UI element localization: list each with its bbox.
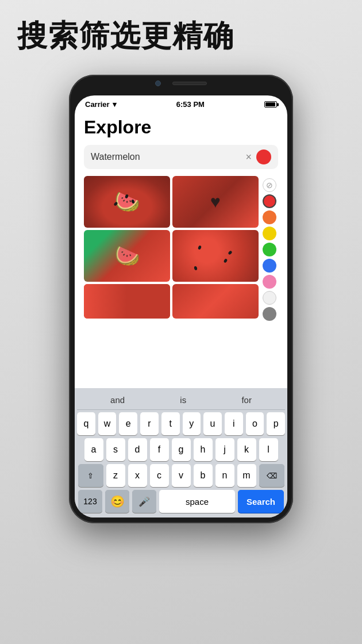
key-emoji[interactable]: 😊 <box>105 490 129 513</box>
keyboard-bottom-row: 123 😊 🎤 space Search <box>77 490 285 513</box>
color-swatch-blue[interactable] <box>263 259 276 273</box>
key-mic[interactable]: 🎤 <box>132 490 156 513</box>
battery-fill <box>265 102 275 106</box>
keyboard-row-2: a s d f g h j k l <box>77 438 285 461</box>
explore-title: Explore <box>84 117 278 138</box>
key-q[interactable]: q <box>77 412 95 435</box>
key-z[interactable]: z <box>106 464 125 487</box>
image-grid-area: ⊘ <box>84 176 278 336</box>
key-d[interactable]: d <box>128 438 147 461</box>
key-a[interactable]: a <box>84 438 103 461</box>
phone-screen: Carrier ▾ 6:53 PM Explore Watermelon × <box>75 95 287 518</box>
key-space[interactable]: space <box>159 490 235 513</box>
key-y[interactable]: y <box>183 412 201 435</box>
color-picker[interactable]: ⊘ <box>261 176 278 336</box>
suggestion-and[interactable]: and <box>106 394 129 406</box>
grid-cell-4[interactable] <box>172 230 259 282</box>
color-swatch-yellow[interactable] <box>263 227 276 240</box>
keyboard: and is for q w e r t y u i o p a s d <box>75 388 287 518</box>
key-c[interactable]: c <box>150 464 169 487</box>
phone-notch <box>155 80 207 86</box>
search-bar[interactable]: Watermelon × <box>84 145 278 169</box>
color-swatch-green[interactable] <box>263 243 276 256</box>
suggestion-is[interactable]: is <box>175 394 191 406</box>
grid-cell-3[interactable] <box>84 230 170 282</box>
key-h[interactable]: h <box>194 438 213 461</box>
color-swatch-red[interactable] <box>263 194 276 208</box>
suggestion-row: and is for <box>77 392 285 410</box>
key-v[interactable]: v <box>172 464 191 487</box>
key-numbers[interactable]: 123 <box>78 490 102 513</box>
phone-camera <box>155 80 161 86</box>
key-t[interactable]: t <box>161 412 180 435</box>
image-grid <box>84 176 259 336</box>
grid-cell-1[interactable] <box>84 176 170 228</box>
keyboard-row-1: q w e r t y u i o p <box>77 412 285 435</box>
status-left: Carrier ▾ <box>85 100 117 109</box>
color-swatch-none[interactable]: ⊘ <box>263 178 276 192</box>
key-o[interactable]: o <box>246 412 264 435</box>
suggestion-for[interactable]: for <box>237 394 256 406</box>
wifi-icon: ▾ <box>113 100 117 109</box>
key-f[interactable]: f <box>150 438 169 461</box>
key-e[interactable]: e <box>119 412 137 435</box>
key-l[interactable]: l <box>259 438 278 461</box>
key-u[interactable]: u <box>203 412 222 435</box>
key-shift[interactable]: ⇧ <box>78 464 103 487</box>
key-m[interactable]: m <box>237 464 256 487</box>
grid-cell-6[interactable] <box>172 284 259 319</box>
color-swatch-white[interactable] <box>263 291 276 305</box>
color-swatch-gray[interactable] <box>263 307 276 321</box>
phone-frame: Carrier ▾ 6:53 PM Explore Watermelon × <box>69 75 293 523</box>
key-x[interactable]: x <box>128 464 147 487</box>
color-swatch-pink[interactable] <box>263 275 276 289</box>
key-delete[interactable]: ⌫ <box>259 464 284 487</box>
phone-speaker <box>172 82 207 85</box>
key-n[interactable]: n <box>215 464 234 487</box>
key-p[interactable]: p <box>267 412 285 435</box>
page-title: 搜索筛选更精确 <box>17 16 234 56</box>
keyboard-row-3: ⇧ z x c v b n m ⌫ <box>77 464 285 487</box>
key-j[interactable]: j <box>215 438 234 461</box>
status-bar: Carrier ▾ 6:53 PM <box>75 95 287 111</box>
selected-color-dot[interactable] <box>256 150 271 164</box>
status-time: 6:53 PM <box>176 100 205 109</box>
carrier-label: Carrier <box>85 100 110 109</box>
key-b[interactable]: b <box>194 464 213 487</box>
status-right <box>264 101 277 108</box>
key-g[interactable]: g <box>172 438 191 461</box>
grid-cell-2[interactable] <box>172 176 259 228</box>
app-content: Explore Watermelon × <box>75 111 287 336</box>
key-w[interactable]: w <box>98 412 117 435</box>
search-clear-button[interactable]: × <box>245 151 252 163</box>
key-i[interactable]: i <box>225 412 243 435</box>
search-input[interactable]: Watermelon <box>91 152 241 162</box>
color-swatch-orange[interactable] <box>263 210 276 224</box>
key-r[interactable]: r <box>140 412 159 435</box>
grid-cell-5[interactable] <box>84 284 170 319</box>
key-search[interactable]: Search <box>238 490 284 513</box>
key-s[interactable]: s <box>106 438 125 461</box>
key-k[interactable]: k <box>237 438 256 461</box>
battery-icon <box>264 101 277 108</box>
